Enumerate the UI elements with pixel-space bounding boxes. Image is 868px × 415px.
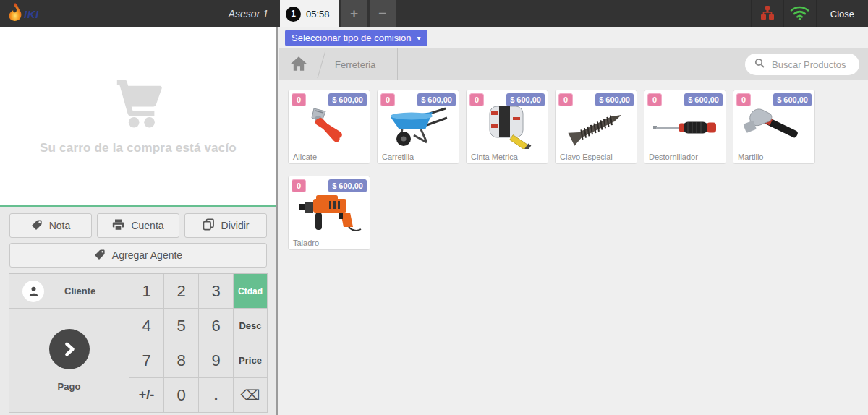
product-image <box>556 106 637 148</box>
ticket-number-badge: 1 <box>286 7 301 22</box>
agregar-agente-label: Agregar Agente <box>112 249 182 261</box>
key-4[interactable]: 4 <box>129 309 164 343</box>
search-icon <box>754 58 765 71</box>
product-name: Martillo <box>738 153 763 161</box>
dividir-label: Dividir <box>221 220 250 231</box>
product-card[interactable]: 0 $ 600,00 Alicate <box>288 90 370 164</box>
product-grid: 0 $ 600,00 Alicate 0 $ 600,00 Carretilla… <box>279 80 868 262</box>
cliente-button[interactable]: Cliente <box>9 274 129 309</box>
nota-button[interactable]: Nota <box>9 213 92 238</box>
agregar-agente-button[interactable]: Agregar Agente <box>9 243 267 268</box>
qty-badge: 0 <box>736 93 751 106</box>
price-badge: $ 600,00 <box>595 93 634 106</box>
search-input[interactable] <box>770 59 850 71</box>
pago-button[interactable]: Pago <box>9 309 129 413</box>
catalog-panel: Seleccionar tipo de comision ▾ Ferreteri… <box>279 27 868 415</box>
qty-badge: 0 <box>558 93 573 106</box>
price-badge: $ 600,00 <box>506 93 545 106</box>
key-8[interactable]: 8 <box>164 343 199 378</box>
key-3[interactable]: 3 <box>199 274 234 309</box>
cart-icon <box>103 77 173 132</box>
ticket-tab-active[interactable]: 1 05:58 <box>280 0 339 27</box>
add-ticket-button[interactable]: + <box>341 0 367 27</box>
key-2[interactable]: 2 <box>164 274 199 309</box>
top-bar: IKI Asesor 1 1 05:58 + − <box>0 0 868 27</box>
wifi-icon <box>790 5 809 22</box>
commission-dropdown-label: Seleccionar tipo de comision <box>292 33 411 43</box>
product-image <box>289 192 370 234</box>
product-image <box>289 106 370 148</box>
breadcrumb-category[interactable]: Ferreteria <box>325 59 397 70</box>
ticket-panel: Su carro de la compra está vacío Nota <box>0 27 278 415</box>
home-icon <box>290 56 307 74</box>
key-0[interactable]: 0 <box>164 378 199 413</box>
remove-ticket-button[interactable]: − <box>370 0 396 27</box>
product-card[interactable]: 0 $ 600,00 Clavo Especial <box>555 90 637 164</box>
key-desc[interactable]: Desc <box>234 309 268 343</box>
key-5[interactable]: 5 <box>164 309 199 343</box>
pay-arrow-icon <box>49 329 90 369</box>
key-9[interactable]: 9 <box>199 343 234 378</box>
product-name: Alicate <box>293 153 317 161</box>
topbar-right: Close <box>751 0 868 27</box>
flame-logo-icon <box>6 2 23 25</box>
empty-cart-area: Su carro de la compra está vacío <box>0 27 276 205</box>
tag-icon <box>94 249 106 262</box>
product-card[interactable]: 0 $ 600,00 Cinta Metrica <box>466 90 548 164</box>
brand-text: IKI <box>24 8 39 20</box>
network-icon <box>760 6 775 22</box>
qty-badge: 0 <box>380 93 395 106</box>
product-name: Cinta Metrica <box>471 153 518 161</box>
price-badge: $ 600,00 <box>328 93 367 106</box>
network-status-button[interactable] <box>751 0 783 27</box>
breadcrumb-home-button[interactable] <box>279 48 318 80</box>
key-backspace[interactable]: ⌫ <box>234 378 268 413</box>
price-badge: $ 600,00 <box>417 93 456 106</box>
cuenta-label: Cuenta <box>131 220 163 231</box>
cliente-label: Cliente <box>64 286 95 296</box>
qty-badge: 0 <box>469 93 484 106</box>
key-price[interactable]: Price <box>234 343 268 378</box>
key-1[interactable]: 1 <box>129 274 164 309</box>
cuenta-button[interactable]: Cuenta <box>97 213 179 238</box>
dividir-button[interactable]: Dividir <box>184 213 267 238</box>
key-7[interactable]: 7 <box>129 343 164 378</box>
user-label: Asesor 1 <box>229 8 268 20</box>
logo-zone: IKI Asesor 1 <box>0 0 280 27</box>
keypad: Cliente 1 2 3 Ctdad Pago 4 5 6 Desc 7 8 … <box>9 273 268 413</box>
price-badge: $ 600,00 <box>684 93 723 106</box>
close-button[interactable]: Close <box>816 0 868 27</box>
qty-badge: 0 <box>292 179 306 192</box>
product-name: Carretilla <box>382 153 414 161</box>
tag-icon <box>31 219 43 233</box>
product-image <box>644 106 726 148</box>
key-dot[interactable]: . <box>199 378 234 413</box>
ticket-timer: 05:58 <box>306 9 330 20</box>
customer-icon <box>22 281 44 302</box>
wifi-status-button[interactable] <box>783 0 816 27</box>
commission-type-dropdown[interactable]: Seleccionar tipo de comision ▾ <box>285 30 427 46</box>
product-name: Destornillador <box>649 153 698 161</box>
product-card[interactable]: 0 $ 600,00 Taladro <box>288 176 370 250</box>
pago-label: Pago <box>58 381 81 392</box>
commission-strip: Seleccionar tipo de comision ▾ <box>279 27 868 48</box>
breadcrumb: Ferreteria <box>279 48 868 80</box>
price-badge: $ 600,00 <box>328 179 367 192</box>
product-card[interactable]: 0 $ 600,00 Destornillador <box>644 90 726 164</box>
product-image <box>467 106 548 148</box>
product-image <box>733 106 814 148</box>
key-ctdad[interactable]: Ctdad <box>234 274 268 309</box>
product-search[interactable] <box>745 54 859 75</box>
price-badge: $ 600,00 <box>773 93 812 106</box>
ticket-tab-strip: 1 05:58 + − <box>280 0 396 27</box>
qty-badge: 0 <box>647 93 662 106</box>
product-name: Taladro <box>293 239 319 247</box>
printer-icon <box>112 219 124 233</box>
product-card[interactable]: 0 $ 600,00 Carretilla <box>377 90 459 164</box>
nota-label: Nota <box>49 220 71 231</box>
product-card[interactable]: 0 $ 600,00 Martillo <box>733 90 815 164</box>
breadcrumb-divider <box>397 48 398 80</box>
split-copy-icon <box>203 218 215 233</box>
key-plus-minus[interactable]: +/- <box>129 378 164 413</box>
key-6[interactable]: 6 <box>199 309 234 343</box>
